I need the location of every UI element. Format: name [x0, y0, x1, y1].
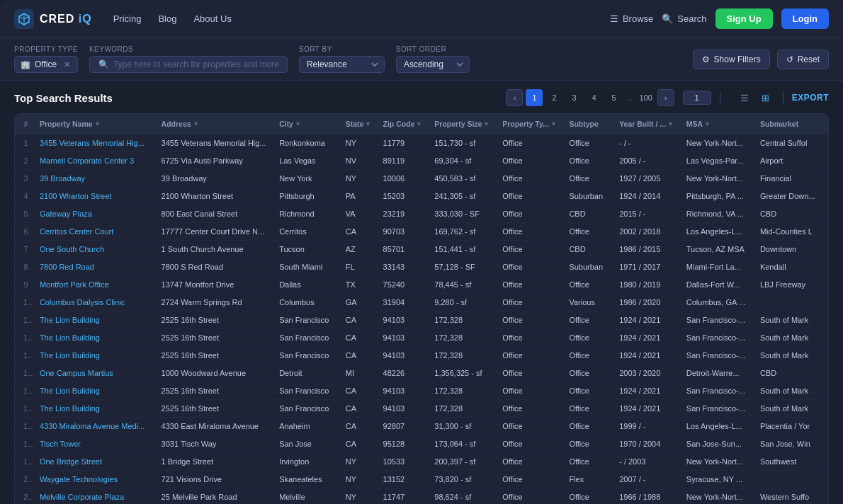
- table-cell[interactable]: One Campus Martius: [34, 365, 156, 382]
- table-row: 11The Lion Building2525 16th StreetSan F…: [15, 311, 828, 329]
- show-filters-button[interactable]: ⚙ Show Filters: [693, 50, 770, 69]
- property-type-value: Office: [35, 59, 57, 69]
- table-cell[interactable]: The Lion Building: [34, 329, 156, 347]
- table-cell: San Francisco-...: [681, 329, 754, 347]
- table-cell: Office: [497, 382, 563, 400]
- table-cell[interactable]: 39 Broadway: [34, 170, 156, 188]
- table-cell[interactable]: Tisch Tower: [34, 435, 156, 453]
- table-cell[interactable]: Waygate Technologies: [34, 471, 156, 488]
- col-size[interactable]: Property Size ▾: [429, 114, 497, 134]
- table-cell: 450,583 - sf: [429, 170, 497, 188]
- col-year[interactable]: Year Built / ... ▾: [613, 114, 681, 134]
- col-subtype[interactable]: Subtype: [563, 114, 613, 134]
- table-cell: Office: [497, 294, 563, 311]
- col-city[interactable]: City ▾: [273, 114, 340, 134]
- property-type-tag[interactable]: 🏢 Office ✕: [14, 56, 78, 73]
- reset-button[interactable]: ↺ Reset: [777, 50, 829, 69]
- table-cell: NY: [340, 488, 378, 505]
- table-cell: 2525 16th Street: [156, 311, 274, 329]
- table-cell: 7: [15, 241, 34, 258]
- signup-button[interactable]: Sign Up: [715, 8, 773, 29]
- table-cell[interactable]: Columbus Dialysis Clinic: [34, 294, 156, 311]
- table-cell: Syracuse, NY ...: [681, 471, 754, 488]
- prev-page-button[interactable]: ‹: [506, 89, 523, 106]
- table-cell[interactable]: Marnell Corporate Center 3: [34, 152, 156, 170]
- table-cell: New York: [273, 170, 340, 188]
- sort-order-select[interactable]: Ascending Descending: [396, 56, 470, 73]
- page-3-button[interactable]: 3: [565, 89, 582, 106]
- col-state[interactable]: State ▾: [340, 114, 378, 134]
- table-cell[interactable]: The Lion Building: [34, 311, 156, 329]
- table-cell: 2005 / -: [613, 152, 681, 170]
- table-body: 13455 Veterans Memorial Hig...3455 Veter…: [15, 134, 828, 505]
- table-cell: San Francisco: [273, 311, 340, 329]
- table-cell: 4330 East Miraloma Avenue: [156, 418, 274, 435]
- table-cell: Office: [563, 347, 613, 365]
- table-cell: 1924 / 2021: [613, 382, 681, 400]
- table-cell[interactable]: One South Church: [34, 241, 156, 258]
- keywords-label: Keywords: [89, 45, 288, 53]
- sort-name-icon: ▾: [96, 120, 99, 127]
- col-address[interactable]: Address ▾: [156, 114, 274, 134]
- nav-blog[interactable]: Blog: [158, 13, 176, 24]
- table-cell: Tucson, AZ MSA: [681, 241, 754, 258]
- table-cell[interactable]: The Lion Building: [34, 347, 156, 365]
- table-cell: 13152: [378, 471, 429, 488]
- table-cell: NY: [340, 453, 378, 471]
- table-cell[interactable]: 2100 Wharton Street: [34, 188, 156, 205]
- table-cell: 14: [15, 365, 34, 382]
- results-table: # Property Name ▾ Address ▾ City ▾ State…: [15, 114, 828, 504]
- table-cell: Financial: [754, 170, 828, 188]
- browse-button[interactable]: ☰ Browse: [610, 13, 653, 24]
- table-cell: CA: [340, 329, 378, 347]
- filter-icon: ⚙: [702, 55, 710, 64]
- table-cell[interactable]: 3455 Veterans Memorial Hig...: [34, 134, 156, 152]
- search-nav-button[interactable]: 🔍 Search: [662, 13, 706, 24]
- table-cell: Office: [497, 488, 563, 505]
- table-cell: Central Suffol: [754, 134, 828, 152]
- nav-about[interactable]: About Us: [193, 13, 231, 24]
- grid-view-button[interactable]: ⊞: [757, 89, 774, 106]
- col-type[interactable]: Property Ty... ▾: [497, 114, 563, 134]
- table-cell[interactable]: The Lion Building: [34, 382, 156, 400]
- nav-pricing[interactable]: Pricing: [113, 13, 142, 24]
- col-zip[interactable]: Zip Code ▾: [378, 114, 429, 134]
- table-cell[interactable]: Cerritos Center Court: [34, 223, 156, 241]
- table-cell[interactable]: Gateway Plaza: [34, 205, 156, 223]
- export-button[interactable]: EXPORT: [792, 93, 829, 103]
- table-cell[interactable]: Montfort Park Office: [34, 276, 156, 294]
- next-page-button[interactable]: ›: [657, 89, 674, 106]
- table-cell[interactable]: Melville Corporate Plaza: [34, 488, 156, 505]
- col-property-name[interactable]: Property Name ▾: [34, 114, 156, 134]
- table-cell: San Jose-Sun...: [681, 435, 754, 453]
- table-cell[interactable]: One Bridge Street: [34, 453, 156, 471]
- page-4-button[interactable]: 4: [585, 89, 602, 106]
- col-msa[interactable]: MSA ▾: [681, 114, 754, 134]
- login-button[interactable]: Login: [781, 8, 829, 29]
- page-100-button[interactable]: 100: [638, 89, 655, 106]
- keywords-input[interactable]: [113, 59, 278, 69]
- table-cell: 15: [15, 382, 34, 400]
- table-cell: 5: [15, 205, 34, 223]
- page-5-button[interactable]: 5: [605, 89, 622, 106]
- remove-filter-icon[interactable]: ✕: [64, 60, 70, 69]
- table-cell[interactable]: 7800 Red Road: [34, 258, 156, 276]
- sort-by-select[interactable]: Relevance Property Name Address: [299, 56, 385, 73]
- page-2-button[interactable]: 2: [545, 89, 562, 106]
- page-1-button[interactable]: 1: [526, 89, 543, 106]
- table-cell: Various: [563, 294, 613, 311]
- col-num: #: [15, 114, 34, 134]
- table-cell: 94103: [378, 347, 429, 365]
- table-cell[interactable]: 4330 Miraloma Avenue Medi...: [34, 418, 156, 435]
- table-cell[interactable]: The Lion Building: [34, 400, 156, 418]
- sort-order-filter: Sort Order Ascending Descending: [396, 45, 470, 73]
- keywords-filter: Keywords 🔍: [89, 45, 288, 73]
- table-cell: Pittsburgh: [273, 188, 340, 205]
- col-submarket[interactable]: Submarket: [754, 114, 828, 134]
- table-cell: 18: [15, 435, 34, 453]
- list-view-button[interactable]: ☰: [736, 89, 753, 106]
- table-cell: 95128: [378, 435, 429, 453]
- table-cell: 2003 / 2020: [613, 365, 681, 382]
- table-cell: 13: [15, 347, 34, 365]
- page-number-input[interactable]: [683, 91, 711, 105]
